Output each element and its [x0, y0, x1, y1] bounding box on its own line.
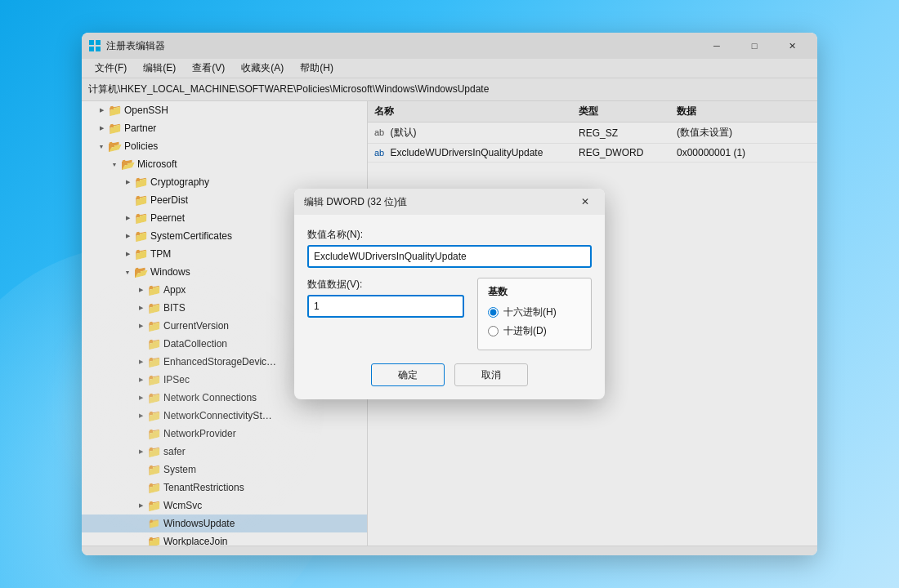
- dword-edit-dialog: 编辑 DWORD (32 位)值 ✕ 数值名称(N): 数值数据(V): 基数: [294, 189, 605, 399]
- field-data-input[interactable]: [307, 295, 464, 318]
- field-data-label: 数值数据(V):: [307, 278, 464, 292]
- radio-hex[interactable]: [488, 307, 499, 318]
- radio-dec-row[interactable]: 十进制(D): [488, 324, 581, 338]
- radio-hex-label: 十六进制(H): [503, 305, 557, 319]
- dialog-overlay: 编辑 DWORD (32 位)值 ✕ 数值名称(N): 数值数据(V): 基数: [82, 33, 817, 555]
- field-name-label: 数值名称(N):: [307, 228, 592, 242]
- dialog-body: 数值名称(N): 数值数据(V): 基数 十六进制(H): [294, 215, 605, 399]
- dialog-cancel-button[interactable]: 取消: [454, 363, 528, 386]
- value-col: 数值数据(V):: [307, 278, 464, 318]
- dialog-titlebar: 编辑 DWORD (32 位)值 ✕: [294, 189, 605, 215]
- radix-title: 基数: [488, 285, 581, 299]
- radio-dec[interactable]: [488, 326, 499, 336]
- value-row: 数值数据(V): 基数 十六进制(H) 十进制(D): [307, 278, 592, 350]
- radio-dec-label: 十进制(D): [503, 324, 547, 338]
- dialog-close-button[interactable]: ✕: [575, 192, 595, 212]
- field-name-input[interactable]: [307, 245, 592, 268]
- radix-box: 基数 十六进制(H) 十进制(D): [477, 278, 592, 350]
- registry-editor-window: 注册表编辑器 ─ □ ✕ 文件(F) 编辑(E) 查看(V) 收藏夹(A) 帮助…: [82, 33, 817, 555]
- dialog-ok-button[interactable]: 确定: [371, 363, 445, 386]
- radio-hex-row[interactable]: 十六进制(H): [488, 305, 581, 319]
- dialog-buttons: 确定 取消: [307, 363, 592, 386]
- dialog-title: 编辑 DWORD (32 位)值: [304, 195, 575, 209]
